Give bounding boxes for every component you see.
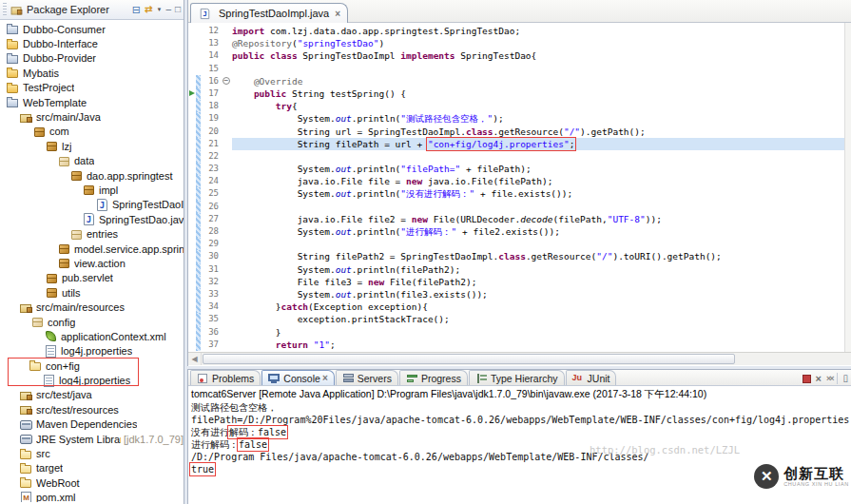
marker-bar	[188, 300, 196, 313]
tree-item[interactable]: applicationContext.xml	[0, 329, 184, 343]
code-line[interactable]: 27 java.io.File file2 = new File(URLDeco…	[188, 213, 851, 225]
code-line[interactable]: 14public class SpringTestDaoImpl impleme…	[188, 49, 851, 62]
code-text	[232, 63, 851, 75]
code-line[interactable]: 31 System.out.println(filePath2);	[188, 263, 851, 276]
code-line[interactable]: 26	[188, 201, 851, 213]
tree-item[interactable]: log4j.properties	[0, 373, 184, 387]
tab-label: Console	[283, 373, 320, 384]
tree-item[interactable]: Dubbo-Interface	[0, 36, 184, 50]
tab-problems[interactable]: Problems	[190, 370, 261, 385]
tree-item[interactable]: Maven Dependencies	[0, 417, 184, 432]
servers-icon	[342, 373, 355, 384]
tab-console[interactable]: Console×	[261, 370, 334, 385]
tree-item[interactable]: SpringTestDao.java	[0, 212, 184, 226]
code-line[interactable]: 32 File file3 = new File(filePath2);	[188, 276, 851, 288]
tree-item[interactable]: pub.servlet	[0, 271, 184, 285]
code-line[interactable]: 18 try{	[188, 100, 851, 112]
tree-item[interactable]: target	[0, 461, 184, 475]
scrollbar-thumb[interactable]	[203, 354, 735, 364]
text-segment: "/"	[564, 126, 580, 137]
tree-item[interactable]: lzj	[0, 139, 184, 153]
console-line: 没有进行解码：false	[191, 426, 851, 438]
tree-item[interactable]: src/test/java	[0, 388, 184, 402]
tree-item[interactable]: impl	[0, 183, 184, 197]
fold-column	[222, 300, 232, 313]
close-all-icon[interactable]: ××	[826, 374, 833, 384]
tree-item[interactable]: con+fig	[0, 359, 184, 373]
tree-item-label: applicationContext.xml	[61, 331, 166, 342]
code-line[interactable]: 25 System.out.println("没有进行解码：" + file.e…	[188, 187, 851, 200]
tree-item[interactable]: JRE System Library[jdk1.7.0_79]	[0, 432, 184, 446]
view-menu-icon[interactable]: ▼	[156, 5, 162, 14]
folder-open-icon	[19, 448, 33, 460]
tree-item[interactable]: pom.xml	[0, 491, 184, 503]
code-line[interactable]: 29	[188, 238, 851, 250]
tree-item[interactable]: TestProject	[0, 81, 184, 95]
minimize-icon[interactable]: –	[165, 5, 171, 14]
tree-item-label: Dubbo-Consumer	[23, 24, 106, 35]
fold-column	[222, 276, 232, 288]
code-line[interactable]: 33 System.out.println(file3.exists());	[188, 288, 851, 300]
terminate-icon[interactable]	[803, 375, 811, 383]
editor-vertical-scrollbar[interactable]	[844, 23, 851, 352]
pin-icon[interactable]: ▯	[842, 374, 848, 383]
link-with-editor-icon[interactable]: ⇄	[145, 5, 152, 14]
tree-item[interactable]: dao.app.springtest	[0, 168, 184, 183]
tree-item[interactable]: log4j.properties	[0, 344, 184, 359]
tree-item[interactable]: model.service.app.springtest	[0, 242, 184, 256]
code-line[interactable]: 20 String url = SpringTestDaoImpl.class.…	[188, 126, 851, 138]
text-segment: {	[292, 101, 298, 111]
code-line[interactable]: 24 java.io.File file = new java.io.File(…	[188, 175, 851, 187]
tree-item[interactable]: Dubbo-Provider	[0, 51, 184, 66]
editor-tab[interactable]: SpringTestDaoImpl.java ×	[190, 3, 348, 23]
code-line[interactable]: 34 }catch(Exception exception){	[188, 300, 851, 313]
tree-item-label: utils	[62, 287, 81, 299]
collapse-all-icon[interactable]: ⊟	[132, 5, 141, 14]
code-line[interactable]: 35 exception.printStackTrace();	[188, 313, 851, 325]
tree-item[interactable]: SpringTestDaoImpl.java	[0, 198, 184, 212]
text-segment: String url = SpringTestDaoImpl.	[232, 126, 466, 137]
tree-item[interactable]: src	[0, 446, 184, 460]
drag-handle[interactable]	[3, 3, 7, 16]
tab-junit[interactable]: JUnit	[566, 370, 617, 385]
tree-item[interactable]: data	[0, 154, 184, 168]
tree-item[interactable]: WebRoot	[0, 475, 184, 490]
tab-type-hierarchy[interactable]: Type Hierarchy	[469, 370, 565, 385]
tree-item[interactable]: utils	[0, 285, 184, 300]
collapse-icon[interactable]: −	[222, 77, 230, 85]
code-line[interactable]: 15	[188, 63, 851, 75]
code-line[interactable]: 17 public String testSpring() {	[188, 87, 851, 100]
code-line[interactable]: 12import com.lzj.data.dao.app.springtest…	[188, 25, 851, 37]
tree-item[interactable]: view.action	[0, 256, 184, 270]
tree-item[interactable]: config	[0, 315, 184, 329]
code-line[interactable]: 16− @Override	[188, 75, 851, 87]
code-line[interactable]: 37 return "1";	[188, 339, 851, 351]
tree-item[interactable]: entries	[0, 226, 184, 241]
tree-item[interactable]: com	[0, 125, 184, 139]
code-line[interactable]: 23 System.out.println("filePath=" + file…	[188, 163, 851, 175]
code-line[interactable]: 36 }	[188, 326, 851, 339]
code-line[interactable]: 13@Repository("springTestDao")	[188, 37, 851, 49]
tab-progress[interactable]: Progress	[399, 370, 468, 385]
code-line[interactable]: 21 String filePath = url + "con+fig/log4…	[188, 138, 851, 150]
line-number: 35	[201, 313, 222, 325]
tree-item[interactable]: Mybatis	[0, 66, 184, 80]
code-text: @Override	[232, 75, 851, 87]
code-editor[interactable]: 12import com.lzj.data.dao.app.springtest…	[188, 23, 851, 352]
tree-item[interactable]: Dubbo-Consumer	[0, 22, 184, 36]
close-icon[interactable]: ×	[335, 9, 340, 19]
maximize-icon[interactable]: □	[175, 5, 181, 14]
tree-item[interactable]: src/main/Java	[0, 109, 184, 124]
editor-horizontal-scrollbar[interactable]: ◀	[188, 352, 851, 365]
close-icon[interactable]: ×	[816, 374, 822, 384]
scroll-left-arrow-icon[interactable]: ◀	[188, 353, 202, 365]
code-line[interactable]: 22	[188, 150, 851, 163]
close-icon[interactable]: ×	[322, 373, 328, 383]
tab-servers[interactable]: Servers	[336, 370, 398, 385]
code-line[interactable]: 30 String filePath2 = SpringTestDaoImpl.…	[188, 250, 851, 262]
tree-item[interactable]: src/test/resources	[0, 402, 184, 417]
code-line[interactable]: 19 System.out.println("测试路径包含空格，");	[188, 112, 851, 125]
tree-item[interactable]: WebTemplate	[0, 95, 184, 109]
tree-item[interactable]: src/main/resources	[0, 300, 184, 314]
code-line[interactable]: 28 System.out.println("进行解码：" + file2.ex…	[188, 225, 851, 238]
